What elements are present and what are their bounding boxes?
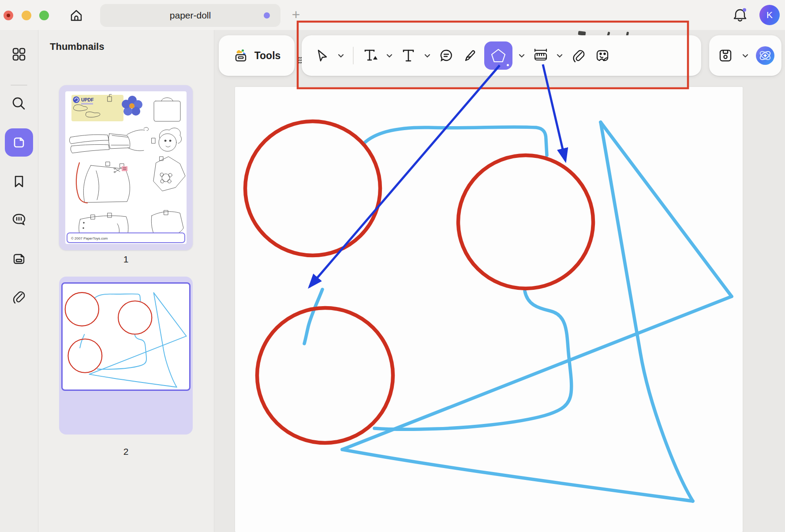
page-number-1: 1 bbox=[59, 254, 193, 265]
toolbar-divider bbox=[353, 47, 354, 64]
bookmark-icon bbox=[11, 173, 27, 189]
save-dropdown[interactable] bbox=[740, 47, 750, 64]
ai-assistant-button[interactable] bbox=[755, 44, 775, 67]
left-sidebar bbox=[0, 30, 38, 532]
sidebar-item-bookmarks[interactable] bbox=[5, 167, 33, 195]
pdf-page[interactable] bbox=[235, 87, 743, 532]
flower-sticker bbox=[122, 96, 142, 116]
save-toolbar bbox=[709, 35, 781, 76]
new-tab-button[interactable]: + bbox=[289, 8, 303, 22]
thumbnail-page-2[interactable] bbox=[59, 277, 193, 435]
home-icon bbox=[68, 7, 84, 23]
sidebar-item-thumbnails[interactable] bbox=[5, 128, 33, 157]
add-text-tool-button[interactable] bbox=[399, 44, 418, 67]
grid-icon bbox=[11, 46, 27, 63]
attach-file-button[interactable] bbox=[569, 44, 588, 67]
shape-tool-dropdown[interactable] bbox=[517, 47, 527, 64]
page-number-2: 2 bbox=[59, 446, 193, 457]
chevron-down-icon bbox=[424, 54, 430, 58]
annotation-toolbar bbox=[302, 35, 701, 76]
add-text-dropdown[interactable] bbox=[422, 47, 432, 64]
document-tab[interactable]: paper-doll bbox=[100, 4, 280, 27]
text-icon bbox=[400, 48, 416, 64]
home-button[interactable] bbox=[68, 7, 85, 24]
edit-text-tool-button[interactable] bbox=[361, 44, 380, 67]
sidebar-item-bottom-partial[interactable] bbox=[5, 520, 33, 532]
panel-title: Thumbnails bbox=[50, 41, 104, 52]
comment-bubble-icon bbox=[438, 48, 454, 64]
chevron-down-icon bbox=[386, 54, 392, 58]
shape-tool-button[interactable] bbox=[484, 41, 512, 70]
comment-tool-button[interactable] bbox=[437, 44, 456, 67]
select-tool-button[interactable] bbox=[312, 44, 332, 67]
ai-sparkle-icon bbox=[755, 45, 775, 66]
footer-text: © 2007 PaperToys.com bbox=[71, 236, 108, 240]
thumbnail-page-2-preview bbox=[61, 282, 191, 391]
sticker-icon bbox=[594, 48, 610, 64]
floppy-icon bbox=[718, 48, 733, 64]
zoom-window-button[interactable] bbox=[39, 11, 49, 20]
minimize-window-button[interactable] bbox=[22, 11, 31, 20]
chevron-down-icon bbox=[557, 54, 563, 58]
bell-icon bbox=[731, 6, 749, 24]
chevron-down-icon bbox=[742, 54, 748, 58]
page-icon bbox=[11, 135, 27, 150]
svg-text:UPDF: UPDF bbox=[81, 97, 94, 102]
sidebar-item-page-edit[interactable] bbox=[5, 245, 33, 273]
search-icon bbox=[11, 95, 27, 112]
thumbnails-panel: Thumbnails UPDF bbox=[38, 30, 214, 532]
pentagon-icon bbox=[490, 47, 507, 64]
paperclip-icon bbox=[11, 288, 27, 305]
tab-title: paper-doll bbox=[170, 10, 211, 21]
thumbnail-page-1-preview: UPDF bbox=[65, 91, 187, 244]
yellow-shape bbox=[236, 50, 242, 53]
pen-tool-button[interactable] bbox=[460, 44, 480, 67]
measure-tool-button[interactable] bbox=[531, 44, 550, 67]
window-titlebar: paper-doll + K bbox=[0, 0, 785, 30]
measure-tool-dropdown[interactable] bbox=[555, 47, 564, 64]
save-button[interactable] bbox=[716, 44, 735, 67]
cursor-icon bbox=[314, 48, 329, 63]
footer-text-field[interactable]: © 2007 PaperToys.com bbox=[67, 233, 185, 243]
sidebar-item-attachments[interactable] bbox=[5, 283, 33, 311]
avatar[interactable]: K bbox=[759, 5, 780, 25]
chevron-down-icon bbox=[519, 54, 525, 58]
sticker-tool-button[interactable] bbox=[593, 44, 612, 67]
sidebar-item-search[interactable] bbox=[5, 90, 33, 118]
chevron-down-icon bbox=[338, 54, 344, 58]
paperclip-icon bbox=[571, 48, 587, 64]
notifications-button[interactable] bbox=[731, 6, 749, 24]
sidebar-item-comments[interactable] bbox=[5, 205, 33, 233]
close-window-button[interactable] bbox=[4, 11, 13, 20]
note-annotation bbox=[122, 166, 127, 171]
toolbar-drag-handle[interactable] bbox=[298, 57, 302, 64]
select-tool-dropdown[interactable] bbox=[336, 47, 346, 64]
partial-icon bbox=[9, 526, 29, 532]
tools-label: Tools bbox=[254, 50, 281, 62]
red-pen-annotation bbox=[76, 163, 87, 203]
pencil-icon bbox=[462, 48, 478, 64]
tools-box-icon bbox=[233, 48, 249, 64]
document-icon bbox=[11, 251, 27, 267]
sidebar-item-apps[interactable] bbox=[5, 40, 33, 68]
edit-text-dropdown[interactable] bbox=[385, 47, 394, 64]
chat-bubble-icon bbox=[11, 211, 27, 228]
ruler-icon bbox=[532, 47, 549, 64]
document-canvas[interactable] bbox=[214, 30, 785, 532]
edit-text-icon bbox=[363, 48, 378, 64]
avatar-initial: K bbox=[766, 10, 773, 20]
thumbnail-page-1[interactable]: UPDF bbox=[59, 85, 193, 250]
selected-dot bbox=[507, 64, 509, 66]
sidebar-divider bbox=[11, 85, 27, 86]
tools-button[interactable]: Tools bbox=[219, 35, 295, 76]
unsaved-dot bbox=[264, 12, 270, 19]
